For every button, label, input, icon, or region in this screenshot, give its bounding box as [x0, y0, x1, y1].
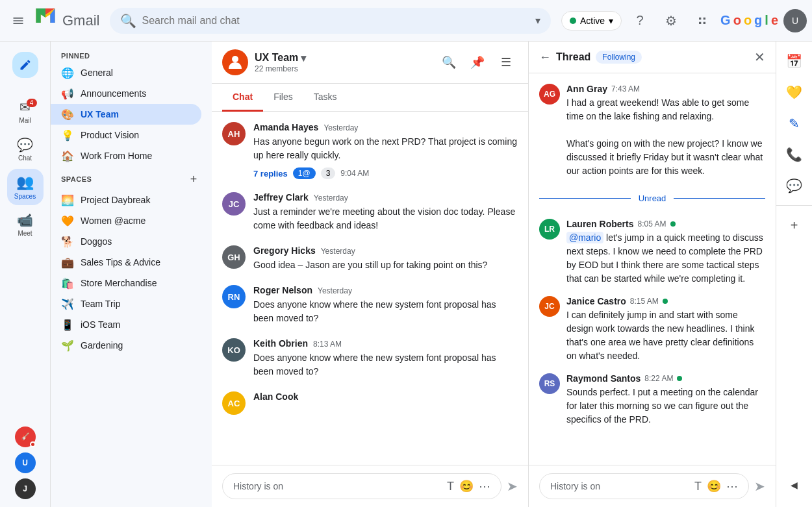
avatar: GH [222, 245, 246, 269]
pin-button[interactable]: 📌 [466, 51, 489, 74]
thread-format-button[interactable]: T [694, 480, 702, 493]
nav-mail-button[interactable]: ✉ 4 Mail [7, 93, 44, 130]
nav-meet-button[interactable]: 📹 Meet [7, 206, 44, 243]
message-item: GH Gregory Hicks Yesterday Good idea – J… [222, 245, 518, 272]
t-time: 8:15 AM [630, 297, 659, 306]
thread-close-button[interactable]: ✕ [754, 49, 765, 65]
thread-input-inner[interactable]: History is on T 😊 ⋯ [539, 473, 749, 499]
sidebar-item-women-acme[interactable]: 🧡 Women @acme [51, 210, 201, 231]
gardening-icon: 🌱 [61, 339, 74, 352]
user-avatar[interactable]: U [783, 9, 807, 32]
work-from-home-icon: 🏠 [61, 149, 74, 162]
msg-text: Has anyone begun work on the next PRD? T… [253, 135, 518, 162]
sidebar-item-work-from-home[interactable]: 🏠 Work From Home [51, 145, 201, 166]
avatar: RN [222, 285, 246, 308]
sidebar-item-gardening[interactable]: 🌱 Gardening [51, 335, 201, 356]
reply-count[interactable]: 7 replies [253, 169, 288, 179]
tab-chat[interactable]: Chat [222, 84, 263, 112]
apps-grid-button[interactable] [689, 8, 715, 34]
member-count: 22 members [255, 64, 306, 73]
msg-timestamp: 9:04 AM [340, 169, 369, 178]
format-text-button[interactable]: T [447, 480, 454, 493]
expand-button[interactable]: ◀ [780, 471, 809, 499]
sidebar-item-product-vision[interactable]: 💡 Product Vision [51, 125, 201, 145]
help-button[interactable]: ? [627, 8, 653, 34]
tab-tasks[interactable]: Tasks [303, 84, 348, 112]
contacts-icon-button[interactable]: 📞 [780, 140, 809, 169]
add-app-button[interactable]: + [780, 211, 809, 240]
chat-header-left: UX Team ▾ 22 members [222, 49, 306, 75]
keep-icon-button[interactable]: 💛 [780, 78, 809, 106]
bottom-avatar-3[interactable]: J [15, 478, 36, 499]
sidebar-item-project-daybreak[interactable]: 🌅 Project Daybreak [51, 190, 201, 210]
sidebar-item-ux-team[interactable]: 🎨 UX Team [51, 104, 201, 125]
online-indicator [677, 376, 682, 381]
team-name-chevron-icon[interactable]: ▾ [301, 52, 306, 64]
thread-more-button[interactable]: ⋯ [726, 479, 738, 493]
product-vision-icon: 💡 [61, 129, 74, 142]
bottom-avatar-1[interactable]: 🎸 [15, 427, 36, 447]
sidebar-item-ios-team[interactable]: 📱 iOS Team [51, 314, 201, 335]
t-text: Sounds perfect. I put a meeting on the c… [566, 386, 765, 427]
status-label: Active [580, 16, 605, 26]
more-options-button[interactable]: ☰ [494, 51, 518, 74]
avatar: JC [539, 296, 560, 317]
thread-emoji-button[interactable]: 😊 [707, 479, 721, 493]
add-space-button[interactable]: + [186, 171, 201, 187]
sidebar-item-general[interactable]: 🌐 General [51, 62, 201, 83]
msg-content: Alan Cook [253, 391, 518, 415]
message-item: AH Amanda Hayes Yesterday Has anyone beg… [222, 122, 518, 179]
hamburger-menu-button[interactable] [5, 8, 31, 34]
sidebar-item-sales-tips[interactable]: 💼 Sales Tips & Advice [51, 252, 201, 273]
avatar: AG [539, 84, 560, 105]
calendar-icon-button[interactable]: 📅 [780, 47, 809, 75]
announcements-icon: 📢 [61, 87, 74, 100]
sidebar-item-store-merchandise[interactable]: 🛍️ Store Merchandise [51, 273, 201, 293]
t-time: 8:22 AM [644, 374, 673, 383]
rail-bottom-avatars: 🎸 U J [15, 427, 36, 507]
status-button[interactable]: Active ▾ [561, 11, 622, 31]
sidebar-item-announcements[interactable]: 📢 Announcements [51, 83, 201, 104]
chat-input-inner[interactable]: History is on T 😊 ⋯ [222, 473, 501, 499]
thread-title: Thread [556, 51, 590, 63]
bottom-avatar-2[interactable]: U [15, 452, 36, 473]
nav-chat-button[interactable]: 💬 Chat [7, 131, 44, 167]
nav-spaces-button[interactable]: 👥 Spaces [7, 169, 44, 205]
tab-files[interactable]: Files [263, 84, 303, 112]
thread-message: AG Ann Gray 7:43 AM I had a great weeken… [539, 84, 765, 178]
project-daybreak-icon: 🌅 [61, 193, 74, 206]
message-item: AC Alan Cook [222, 391, 518, 415]
t-header: Raymond Santos 8:22 AM [566, 373, 765, 384]
sidebar-item-team-trip[interactable]: ✈️ Team Trip [51, 293, 201, 314]
following-badge[interactable]: Following [596, 51, 642, 64]
thread-back-button[interactable]: ← [539, 51, 551, 64]
msg-time: Yesterday [324, 123, 358, 132]
settings-button[interactable]: ⚙ [658, 8, 684, 34]
search-chat-button[interactable]: 🔍 [437, 51, 461, 74]
sidebar-item-sales-tips-label: Sales Tips & Advice [81, 257, 191, 267]
tasks-icon-button[interactable]: ✎ [780, 109, 809, 138]
reaction-mention: 1@ [293, 167, 316, 179]
search-box[interactable]: 🔍 ▾ [110, 8, 551, 34]
thread-message: LR Lauren Roberts 8:05 AM @mario let's j… [539, 219, 765, 286]
mail-label: Mail [19, 117, 31, 124]
right-rail: 📅 💛 ✎ 📞 💬 + ◀ [776, 42, 812, 507]
search-dropdown-icon[interactable]: ▾ [535, 14, 540, 27]
sidebar-item-doggos[interactable]: 🐕 Doggos [51, 231, 201, 252]
msg-text: Does anyone know where the new system fo… [253, 298, 518, 325]
thread-send-button[interactable]: ➤ [754, 478, 765, 494]
chat-app-icon-button[interactable]: 💬 [780, 171, 809, 200]
msg-name: Amanda Hayes [253, 122, 318, 132]
app-shell: ✉ 4 Mail 💬 Chat 👥 Spaces 📹 Meet 🎸 U J PI… [0, 42, 812, 507]
send-button[interactable]: ➤ [507, 478, 518, 494]
more-input-button[interactable]: ⋯ [479, 479, 490, 493]
sidebar-item-store-merchandise-label: Store Merchandise [81, 278, 191, 288]
msg-name: Roger Nelson [253, 285, 312, 295]
compose-button[interactable] [7, 47, 44, 83]
msg-name: Keith Obrien [253, 338, 308, 349]
emoji-button[interactable]: 😊 [459, 479, 474, 493]
sidebar: PINNED 🌐 General 📢 Announcements 🎨 UX Te… [51, 42, 212, 507]
search-input[interactable] [142, 15, 530, 27]
t-header: Ann Gray 7:43 AM [566, 84, 765, 94]
svg-point-1 [232, 56, 238, 62]
